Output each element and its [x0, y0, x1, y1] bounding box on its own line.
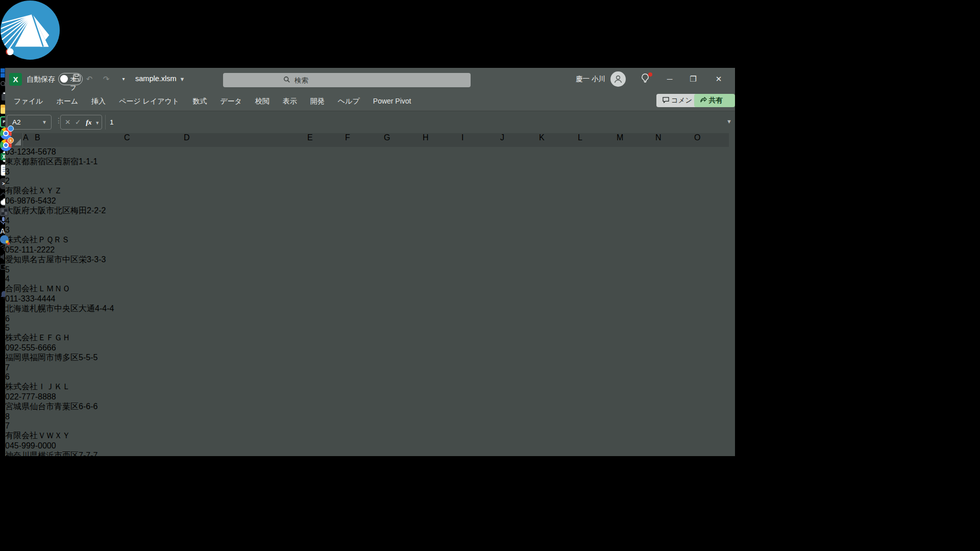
save-icon[interactable] [71, 74, 82, 84]
cell-C9[interactable]: 076-123-4567 [5, 490, 65, 499]
cell-A9[interactable]: 8 [5, 470, 17, 480]
column-header-L[interactable]: L [578, 133, 617, 147]
toggle-knob [60, 75, 68, 83]
cell-D6[interactable]: 福岡県福岡市博多区5-5-5 [5, 353, 129, 363]
row-header-4[interactable]: 4 [5, 216, 735, 226]
cancel-icon[interactable]: ✕ [65, 118, 70, 126]
row-header-9[interactable]: 9 [5, 461, 735, 470]
cell-D2[interactable]: 東京都新宿区西新宿1-1-1 [5, 157, 129, 167]
undo-icon[interactable]: ↶ [84, 74, 94, 84]
ribbon-tab-8[interactable]: 表示 [276, 91, 304, 111]
cell-D9[interactable]: 富山県富山市8-8-8 [5, 499, 129, 510]
titlebar-search-box[interactable]: 検索 [223, 73, 471, 87]
column-header-N[interactable]: N [655, 133, 694, 147]
redo-icon[interactable]: ↷ [101, 74, 111, 84]
excel-window: X 自動保存 オフ ↶ ↷ ▾ sample.xlsm▼ 検索 慶一 小川 [5, 68, 735, 456]
column-header-B[interactable]: B [35, 133, 124, 147]
formula-input[interactable]: 1 [105, 115, 723, 130]
ribbon-tab-5[interactable]: 数式 [186, 91, 213, 111]
row-header-8[interactable]: 8 [5, 412, 735, 421]
ribbon-tab-3[interactable]: 挿入 [85, 91, 112, 111]
autosave-label: 自動保存 [27, 75, 55, 84]
cell-D8[interactable]: 神奈川県横浜市西区7-7-7 [5, 450, 129, 461]
select-all-triangle-icon [14, 139, 21, 145]
minimize-button[interactable]: ─ [662, 72, 677, 86]
table-row: 98合資会社ＤＥＦＧ076-123-4567富山県富山市8-8-8 [5, 461, 735, 510]
column-header-I[interactable]: I [461, 133, 500, 147]
account-name[interactable]: 慶一 小川 [576, 74, 605, 84]
cell-C4[interactable]: 052-111-2222 [5, 245, 65, 255]
cell-C7[interactable]: 022-777-8888 [5, 392, 65, 402]
cell-D5[interactable]: 北海道札幌市中央区大通4-4-4 [5, 304, 129, 314]
ribbon-tab-4[interactable]: ページ レイアウト [112, 91, 186, 111]
formula-bar: A2▼ ⋮ ✕ ✓ fx ▼ 1 ▼ [5, 111, 735, 133]
excel-titlebar: X 自動保存 オフ ↶ ↷ ▾ sample.xlsm▼ 検索 慶一 小川 [5, 68, 735, 91]
cell-A5[interactable]: 4 [5, 274, 17, 284]
ribbon-tab-10[interactable]: ヘルプ [331, 91, 366, 111]
table-row: 43株式会社ＰＱＲＳ052-111-2222愛知県名古屋市中区栄3-3-3 [5, 216, 735, 265]
column-header-M[interactable]: M [617, 133, 655, 147]
column-header-H[interactable]: H [423, 133, 461, 147]
formula-bar-expand-icon[interactable]: ▼ [726, 118, 732, 124]
cell-B7[interactable]: 株式会社ＩＪＫＬ [5, 382, 94, 392]
cell-A10[interactable]: 9 [5, 519, 17, 529]
ribbon-tab-2[interactable]: ホーム [50, 91, 85, 111]
column-header-K[interactable]: K [539, 133, 578, 147]
cell-C2[interactable]: 03-1234-5678 [5, 147, 65, 157]
ribbon-tab-7[interactable]: 校閲 [249, 91, 276, 111]
cell-A3[interactable]: 2 [5, 177, 17, 186]
cell-B8[interactable]: 有限会社ＶＷＸＹ [5, 431, 94, 441]
meet-participant-tile[interactable]: 小川慶一 [0, 0, 980, 73]
cell-D7[interactable]: 宮城県仙台市青葉区6-6-6 [5, 402, 129, 412]
column-header-F[interactable]: F [345, 133, 384, 147]
row-header-6[interactable]: 6 [5, 314, 735, 323]
column-header-O[interactable]: O [694, 133, 729, 147]
cell-D10[interactable]: 岡山県岡山市北区9-9-9 [5, 548, 129, 551]
close-button[interactable]: ✕ [711, 72, 726, 86]
cell-A4[interactable]: 3 [5, 226, 17, 235]
cell-B5[interactable]: 合同会社ＬＭＮＯ [5, 284, 94, 294]
quick-access-caret-icon[interactable]: ▾ [118, 74, 129, 84]
cell-B9[interactable]: 合資会社ＤＥＦＧ [5, 480, 94, 490]
column-header-E[interactable]: E [307, 133, 345, 147]
account-avatar[interactable] [610, 71, 626, 87]
row-header-5[interactable]: 5 [5, 265, 735, 274]
row-header-7[interactable]: 7 [5, 363, 735, 372]
lightbulb-icon[interactable] [640, 72, 653, 86]
participant-avatar [0, 0, 980, 62]
cell-D4[interactable]: 愛知県名古屋市中区栄3-3-3 [5, 255, 129, 265]
cell-A8[interactable]: 7 [5, 421, 17, 431]
cell-B4[interactable]: 株式会社ＰＱＲＳ [5, 235, 94, 245]
row-header-3[interactable]: 3 [5, 167, 735, 177]
cell-C6[interactable]: 092-555-6666 [5, 343, 65, 353]
search-placeholder: 検索 [295, 76, 308, 85]
excel-app-icon[interactable]: X [9, 73, 22, 86]
column-header-G[interactable]: G [384, 133, 423, 147]
cell-C5[interactable]: 011-333-4444 [5, 294, 65, 304]
ribbon-tab-1[interactable]: ファイル [7, 91, 50, 111]
share-button[interactable]: 共有 ▼ [694, 94, 735, 107]
column-header-D[interactable]: D [184, 133, 307, 147]
ribbon-tab-9[interactable]: 開発 [304, 91, 331, 111]
restore-button[interactable]: ❐ [685, 72, 701, 86]
row-header-10[interactable]: 10 [5, 510, 735, 519]
cell-C3[interactable]: 06-9876-5432 [5, 196, 65, 206]
cell-D3[interactable]: 大阪府大阪市北区梅田2-2-2 [5, 206, 129, 216]
column-header-C[interactable]: C [124, 133, 184, 147]
ribbon-tab-6[interactable]: データ [213, 91, 249, 111]
ribbon-tab-11[interactable]: Power Pivot [366, 91, 418, 111]
enter-icon[interactable]: ✓ [75, 118, 81, 126]
cell-C8[interactable]: 045-999-0000 [5, 441, 65, 450]
cell-B3[interactable]: 有限会社ＸＹＺ [5, 186, 94, 196]
cell-A6[interactable]: 5 [5, 323, 17, 333]
cell-A7[interactable]: 6 [5, 372, 17, 382]
table-row: 109株式会社ＨＩＪＫ086-890-1234岡山県岡山市北区9-9-9 [5, 510, 735, 551]
table-row: 87有限会社ＶＷＸＹ045-999-0000神奈川県横浜市西区7-7-7 [5, 412, 735, 461]
column-header-J[interactable]: J [500, 133, 539, 147]
column-header-A[interactable]: A [23, 133, 35, 147]
cell-B6[interactable]: 株式会社ＥＦＧＨ [5, 333, 94, 343]
fx-icon[interactable]: fx [86, 118, 91, 126]
document-title[interactable]: sample.xlsm▼ [135, 74, 185, 83]
cell-B10[interactable]: 株式会社ＨＩＪＫ [5, 529, 94, 539]
cell-C10[interactable]: 086-890-1234 [5, 539, 65, 548]
